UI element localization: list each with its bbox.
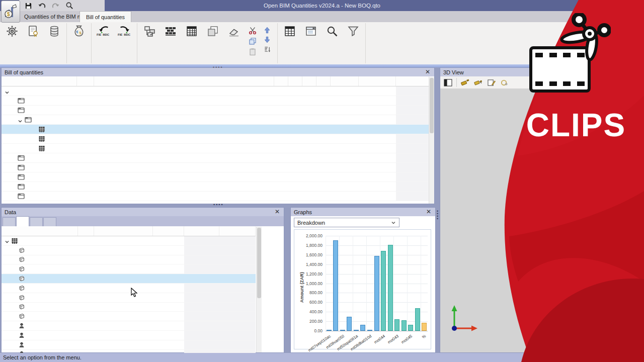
data-rate-cell	[184, 340, 219, 349]
breakdown-bar-chart: 0.00200.00400.00600.00800.001,000.001,20…	[294, 229, 431, 349]
ribbon-group-edit	[137, 22, 277, 64]
boq-column-header[interactable]	[331, 76, 359, 86]
data-row-mt10haf010nga[interactable]	[2, 312, 256, 321]
app-logo-icon[interactable]: $	[1, 1, 20, 23]
redo-button[interactable]	[51, 2, 60, 10]
data-row-ehs010[interactable]	[2, 236, 256, 246]
boq-rate-cell	[359, 163, 396, 172]
boq-column-header[interactable]	[302, 76, 316, 86]
search-button[interactable]	[322, 23, 342, 40]
delete-button[interactable]	[224, 23, 244, 40]
data-column-header[interactable]	[153, 226, 184, 236]
graph-type-dropdown[interactable]: Breakdown	[294, 218, 399, 227]
cut-button[interactable]	[247, 26, 261, 35]
add-work-section-button[interactable]	[139, 23, 159, 40]
boq-quantity-cell	[331, 144, 359, 153]
paste-button[interactable]	[247, 47, 261, 56]
close-icon[interactable]: ✕	[425, 209, 432, 216]
rebuild-tree-button[interactable]	[301, 23, 321, 40]
boq-row-7[interactable]	[2, 192, 429, 201]
copy-button[interactable]	[203, 23, 223, 40]
project-database-button[interactable]: €$	[69, 23, 89, 40]
boq-summary-cell	[94, 115, 274, 124]
data-vertical-scrollbar[interactable]	[256, 227, 262, 352]
paint-roller-icon[interactable]	[473, 78, 483, 87]
displace-downwards-button[interactable]	[262, 36, 275, 44]
data-column-header[interactable]	[219, 226, 256, 236]
3d-viewport[interactable]	[440, 88, 642, 352]
filter-button[interactable]	[343, 23, 363, 40]
sort-tree-button[interactable]	[262, 45, 275, 54]
data-column-header[interactable]	[184, 226, 219, 236]
data-tab-waste[interactable]	[30, 217, 43, 226]
zoom-button[interactable]	[65, 2, 73, 10]
data-column-header[interactable]	[2, 226, 78, 236]
boq-column-header[interactable]	[396, 76, 429, 86]
import-bc3-button[interactable]: FIEBDC	[94, 23, 114, 40]
arrow-up-icon	[264, 27, 271, 34]
tab-bill-of-quantities[interactable]: Bill of quantities	[79, 11, 131, 22]
boq-column-header[interactable]	[359, 76, 396, 86]
data-row-mo044[interactable]	[2, 321, 256, 331]
data-ut-cell	[78, 264, 94, 274]
boq-ut-cell	[77, 172, 94, 182]
data-column-header[interactable]	[94, 226, 153, 236]
boq-column-header[interactable]	[288, 76, 302, 86]
data-tab-breakdown[interactable]	[16, 216, 29, 226]
boq-row-1[interactable]	[2, 106, 429, 115]
boq-column-header[interactable]	[274, 76, 288, 86]
boq-row-3[interactable]	[2, 153, 429, 163]
data-row-mt08var050[interactable]	[2, 264, 256, 274]
boq-row-6[interactable]	[2, 182, 429, 192]
boq-column-header[interactable]	[316, 76, 331, 86]
data-row-mt07aco010c[interactable]	[2, 255, 256, 265]
data-column-header[interactable]	[78, 226, 94, 236]
boq-row-5[interactable]	[2, 172, 429, 182]
horizontal-splitter-dots[interactable]: ••••	[213, 203, 224, 206]
general-parameters-button[interactable]	[2, 23, 22, 40]
data-row-mt08dba010d[interactable]	[2, 303, 256, 312]
data-tab-data[interactable]	[3, 217, 16, 226]
data-row-mo043[interactable]	[2, 340, 256, 350]
export-bc3-button[interactable]: FIEBDC	[115, 23, 135, 40]
save-button[interactable]	[24, 2, 33, 10]
materials-icon[interactable]	[500, 78, 509, 87]
boq-row-ehv010[interactable]	[2, 134, 429, 144]
add-quantity-detail-line-button[interactable]	[182, 23, 202, 40]
cost-databases-button[interactable]	[44, 23, 64, 40]
close-icon[interactable]: ✕	[424, 69, 431, 76]
data-tab-certificates[interactable]	[43, 217, 56, 226]
boq-column-header[interactable]	[94, 76, 274, 86]
splitter-handle-dots[interactable]: ••••	[213, 66, 223, 69]
certificates-button[interactable]	[23, 23, 43, 40]
data-row-mt07sep010ac[interactable]	[2, 246, 256, 255]
boq-rate-cell	[359, 192, 396, 201]
boq-column-header[interactable]	[2, 76, 77, 86]
boq-vertical-scrollbar[interactable]	[429, 77, 434, 204]
panel-toggle-icon[interactable]	[443, 78, 453, 87]
displace-upwards-button[interactable]	[262, 26, 275, 34]
add-item-button[interactable]	[160, 23, 181, 40]
data-ut-cell	[78, 331, 94, 340]
boq-column-header[interactable]	[77, 76, 94, 86]
undo-button[interactable]	[38, 2, 46, 10]
columns-button[interactable]	[280, 23, 300, 40]
boq-table-body	[2, 86, 434, 201]
boq-row-0[interactable]	[2, 96, 429, 106]
copy-small-icon	[249, 37, 257, 45]
boq-row-4[interactable]	[2, 163, 429, 172]
boq-row-ehl010[interactable]	[2, 144, 429, 153]
copy-button[interactable]	[247, 37, 261, 46]
data-row-mt08eup010b[interactable]	[2, 274, 256, 284]
sort-icon	[264, 46, 271, 53]
data-row-mt08var040a[interactable]	[2, 293, 256, 303]
boq-row-bill-of-quantities[interactable]	[2, 86, 429, 96]
boq-row-ehs010[interactable]	[2, 125, 429, 134]
material-icon	[19, 295, 25, 301]
boq-row-2[interactable]	[2, 115, 429, 125]
data-row-mo091[interactable]	[2, 331, 256, 340]
data-row-mt50spa081a[interactable]	[2, 284, 256, 293]
close-icon[interactable]: ✕	[274, 209, 281, 216]
texture-brush-icon[interactable]	[460, 78, 470, 87]
edit-sheet-icon[interactable]	[487, 78, 496, 87]
